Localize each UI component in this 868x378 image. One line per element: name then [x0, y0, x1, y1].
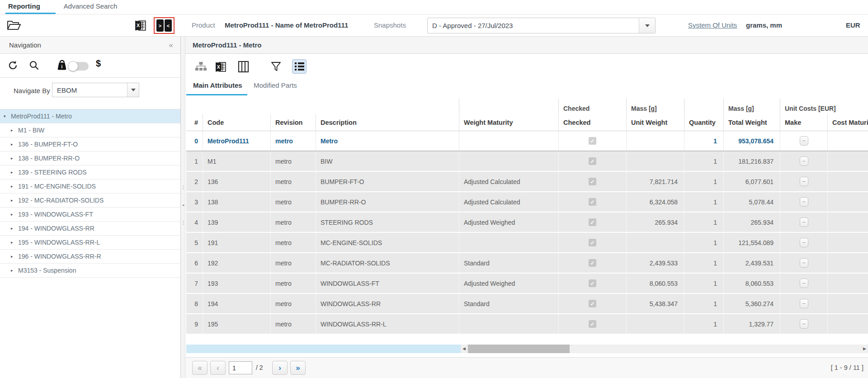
- column-header-weight-maturity[interactable]: Weight Maturity: [459, 114, 558, 131]
- table-row[interactable]: 0MetroProd111metroMetro✓1953,078.654−: [186, 131, 868, 151]
- revision-cell: metro: [270, 274, 316, 293]
- last-page-button[interactable]: »: [290, 361, 306, 375]
- next-page-button[interactable]: ›: [272, 361, 288, 375]
- column-header-unit-weight[interactable]: Unit Weight: [626, 114, 684, 131]
- chevron-right-icon[interactable]: ▸: [11, 128, 18, 132]
- export-excel-button[interactable]: X: [213, 59, 228, 74]
- chevron-right-icon[interactable]: ▸: [11, 184, 18, 189]
- splitter-grip-icon[interactable]: ⋮: [181, 220, 185, 225]
- previous-page-button[interactable]: ‹: [210, 361, 226, 375]
- dropdown-arrow-button[interactable]: [127, 83, 139, 97]
- chevron-right-icon[interactable]: ▸: [11, 268, 18, 273]
- table-row[interactable]: 6192metroMC-RADIATOR-SOLIDSStandard✓2,43…: [186, 253, 868, 274]
- tree-item[interactable]: ▸191 - MC-ENGINE-SOLIDS: [0, 180, 180, 194]
- cost-maturity-cell: [827, 253, 868, 273]
- table-row[interactable]: 7193metroWINDOWGLASS-FTAdjusted Weighed✓…: [186, 274, 868, 294]
- quantity-cell: 1: [684, 172, 723, 191]
- panel-splitter[interactable]: ⋮ ◂ ⋮: [181, 37, 185, 378]
- table-row[interactable]: 1M1metroBIW✓1181,216.837−: [186, 151, 868, 172]
- tree-item[interactable]: ▸139 - STEERING RODS: [0, 165, 180, 180]
- table-row[interactable]: 9195metroWINDOWGLASS-RR-L✓11,329.77−: [186, 314, 868, 335]
- tree-item[interactable]: ▸196 - WINDOWGLASS-RR-R: [0, 250, 180, 264]
- search-icon: [29, 60, 39, 71]
- horizontal-scrollbar[interactable]: ◀ ▶: [461, 345, 868, 353]
- checked-cell: ✓: [558, 274, 626, 293]
- scroll-right-icon[interactable]: ▶: [861, 345, 868, 353]
- checkbox-checked-icon: ✓: [589, 279, 596, 287]
- chevron-right-icon[interactable]: ▸: [11, 254, 18, 259]
- column-header-total-weight[interactable]: Total Weight: [723, 114, 780, 131]
- column-header-checked[interactable]: Checked: [558, 114, 626, 131]
- collapse-navigation-button[interactable]: «: [169, 41, 173, 50]
- unit-weight-cell: 5,438.347: [626, 294, 684, 313]
- chevron-right-icon[interactable]: ▸: [11, 240, 18, 245]
- column-header-revision[interactable]: Revision: [270, 114, 316, 131]
- weight-info-button[interactable]: i: [56, 59, 68, 71]
- search-button[interactable]: [29, 60, 39, 71]
- table-row[interactable]: 2136metroBUMPER-FT-OAdjusted Calculated✓…: [186, 172, 868, 192]
- costs-button[interactable]: $: [96, 58, 101, 69]
- scrollbar-thumb[interactable]: [468, 345, 570, 353]
- first-page-button[interactable]: «: [192, 361, 208, 375]
- column-header-num[interactable]: #: [186, 114, 203, 131]
- tab-modified-parts[interactable]: Modified Parts: [254, 81, 297, 89]
- tree-item[interactable]: ▸194 - WINDOWGLASS-RR: [0, 222, 180, 236]
- tree-item[interactable]: ▸M1 - BIW: [0, 123, 180, 137]
- tree-item[interactable]: ▸M3153 - Suspension: [0, 264, 180, 278]
- description-cell: MC-RADIATOR-SOLIDS: [316, 253, 459, 273]
- column-header-make[interactable]: Make: [780, 114, 827, 131]
- column-header-quantity[interactable]: Quantity: [684, 114, 723, 131]
- page-number-input[interactable]: [229, 361, 252, 374]
- navigate-by-select[interactable]: EBOM: [52, 83, 139, 97]
- export-excel-button[interactable]: X: [134, 19, 147, 32]
- column-header-description[interactable]: Description: [316, 114, 459, 131]
- chevron-right-icon[interactable]: ▸: [11, 156, 18, 161]
- code-cell: 139: [203, 213, 270, 232]
- table-row[interactable]: 8194metroWINDOWGLASS-RRStandard✓5,438.34…: [186, 294, 868, 314]
- frozen-columns-strip: [186, 345, 461, 353]
- filter-button[interactable]: [269, 59, 283, 74]
- description-cell: MC-ENGINE-SOLIDS: [316, 233, 459, 252]
- list-view-button[interactable]: [292, 59, 307, 74]
- app-window: Reporting Advanced Search X: [0, 0, 868, 378]
- chevron-right-icon[interactable]: ▸: [11, 142, 18, 146]
- refresh-button[interactable]: [8, 60, 18, 71]
- system-of-units-link[interactable]: System Of Units: [688, 21, 737, 29]
- tab-reporting[interactable]: Reporting: [5, 0, 56, 14]
- open-folder-button[interactable]: [6, 19, 22, 32]
- dropdown-arrow-button[interactable]: [639, 18, 655, 33]
- chevron-right-icon[interactable]: ▸: [11, 226, 18, 231]
- chevron-right-icon[interactable]: ▸: [11, 170, 18, 175]
- splitter-grip-icon[interactable]: ⋮: [181, 185, 185, 190]
- table-row[interactable]: 4139metroSTEERING RODSAdjusted Weighed✓2…: [186, 213, 868, 233]
- column-header-cost-maturity[interactable]: Cost Maturity: [827, 114, 868, 131]
- table-row[interactable]: 3138metroBUMPER-RR-OAdjusted Calculated✓…: [186, 192, 868, 213]
- quantity-cell: 1: [684, 314, 723, 334]
- columns-button[interactable]: [236, 59, 250, 74]
- svg-text:X: X: [137, 23, 140, 28]
- minus-indicator-icon: −: [800, 177, 808, 186]
- tree-item[interactable]: ▸138 - BUMPER-RR-O: [0, 151, 180, 165]
- snapshot-select[interactable]: D - Approved - 27/Jul/2023: [427, 18, 656, 33]
- tree-item[interactable]: ▸195 - WINDOWGLASS-RR-L: [0, 236, 180, 250]
- tab-main-attributes[interactable]: Main Attributes: [193, 81, 242, 89]
- checkbox-checked-icon: ✓: [589, 259, 596, 267]
- tree-item[interactable]: ▸192 - MC-RADIATOR-SOLIDS: [0, 194, 180, 208]
- collapse-panels-button[interactable]: > <: [154, 17, 175, 34]
- code-cell: MetroProd111: [203, 131, 270, 151]
- chevron-right-icon[interactable]: ▸: [11, 212, 18, 217]
- scroll-left-icon[interactable]: ◀: [461, 345, 467, 353]
- hierarchy-view-button[interactable]: [193, 59, 208, 74]
- weight-toggle-switch[interactable]: [69, 62, 89, 71]
- tree-item[interactable]: ▾MetroProd111 - Metro: [0, 109, 180, 123]
- tab-advanced-search[interactable]: Advanced Search: [61, 0, 126, 14]
- tree-item[interactable]: ▸136 - BUMPER-FT-O: [0, 137, 180, 151]
- unit-weight-cell: [626, 131, 684, 151]
- chevron-down-icon[interactable]: ▾: [4, 114, 11, 118]
- tree-item[interactable]: ▸193 - WINDOWGLASS-FT: [0, 208, 180, 222]
- splitter-collapse-icon[interactable]: ◂: [181, 203, 185, 207]
- chevron-right-icon[interactable]: ▸: [11, 198, 18, 203]
- unit-weight-cell: 265.934: [626, 213, 684, 232]
- column-header-code[interactable]: Code: [203, 114, 270, 131]
- table-row[interactable]: 5191metroMC-ENGINE-SOLIDS✓1121,554.089−: [186, 233, 868, 253]
